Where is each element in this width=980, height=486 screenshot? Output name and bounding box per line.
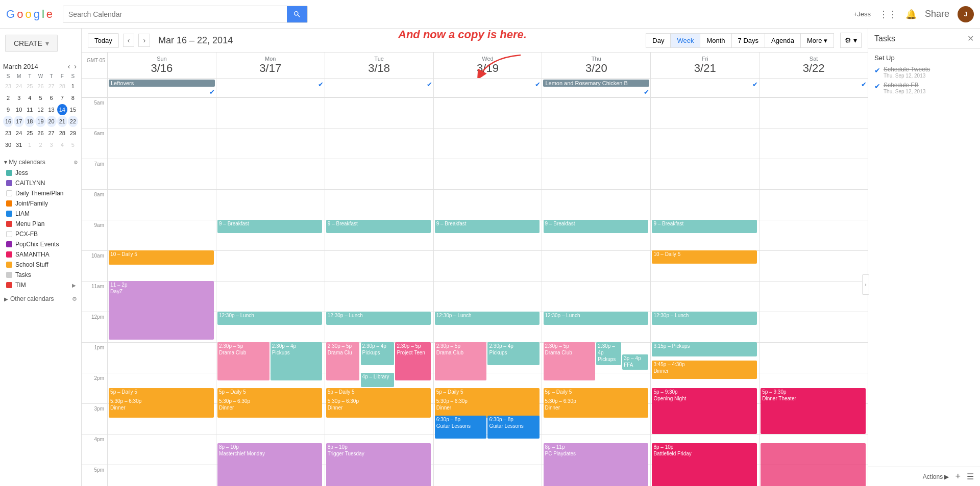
hour-5am[interactable] [108, 97, 216, 128]
all-day-event-lemon[interactable]: Lemon and Rosemary Chicken B [543, 80, 649, 87]
cal-day[interactable]: 21 [57, 116, 67, 127]
cal-day[interactable]: 26 [35, 127, 45, 139]
calendar-item-pcx-fb[interactable]: PCX-FB [4, 229, 78, 239]
event-tue-library[interactable]: 4p – Library [361, 373, 395, 387]
cal-day[interactable]: 22 [68, 116, 78, 127]
cal-day-today[interactable]: 14 [57, 104, 67, 115]
event-tue-drama[interactable]: 2:30p – 5pDrama Clu [326, 342, 360, 380]
calendar-item-school-stuff[interactable]: School Stuff [4, 260, 78, 270]
today-button[interactable]: Today [88, 33, 119, 48]
event-fri-opening-night[interactable]: 5p – 9:30pOpening Night [652, 388, 757, 434]
day-view-button[interactable]: Day [646, 33, 671, 48]
cal-day[interactable]: 28 [57, 81, 67, 92]
event-fri-pickups[interactable]: 3:15p – Pickups [652, 342, 757, 356]
event-tue-breakfast[interactable]: 9 – Breakfast [326, 220, 431, 233]
user-plus-link[interactable]: +Jess [853, 10, 871, 18]
cal-day[interactable]: 4 [57, 139, 67, 150]
mini-cal-title[interactable]: March 2014 [3, 63, 38, 70]
cal-day[interactable]: 12 [35, 104, 45, 115]
avatar[interactable]: J [958, 6, 974, 22]
cal-day[interactable]: 11 [24, 104, 35, 115]
event-sun-daily5-10am[interactable]: 10 – Daily 5 [109, 250, 213, 265]
event-thu-pc-playdates[interactable]: 8p – 11pPC Playdates [544, 443, 649, 486]
mini-cal-next[interactable]: › [72, 62, 78, 70]
apps-icon[interactable]: ⋮⋮ [879, 9, 897, 20]
cal-day[interactable]: 8 [68, 92, 78, 104]
calendar-item-daily-theme-plan[interactable]: Daily Theme/Plan [4, 188, 78, 198]
event-wed-guitar[interactable]: 6:30p – 8pGuitar Lessons [435, 416, 487, 439]
event-tue-project-teen[interactable]: 2:30p – 5pProject Teen [395, 342, 431, 380]
calendar-item-tim[interactable]: TIM ▶ [4, 280, 78, 290]
cal-day[interactable]: 30 [3, 139, 13, 150]
7days-view-button[interactable]: 7 Days [731, 33, 765, 48]
hour-5pm[interactable] [108, 465, 216, 486]
month-view-button[interactable]: Month [700, 33, 731, 48]
event-mon-breakfast[interactable]: 9 – Breakfast [217, 220, 323, 233]
event-thu-lunch[interactable]: 12:30p – Lunch [544, 312, 649, 325]
task-list-view-button[interactable]: ☰ [967, 472, 974, 481]
agenda-view-button[interactable]: Agenda [765, 33, 801, 48]
calendar-item-menu-plan[interactable]: Menu Plan [4, 219, 78, 229]
hour-1pm[interactable] [108, 342, 216, 373]
event-wed-guitar2[interactable]: 6:30p – 8pGuitar Lessons [487, 416, 540, 439]
more-view-button[interactable]: More ▾ [800, 33, 834, 48]
event-sun-dinner[interactable]: 5:30p – 6:30pDinner [109, 397, 213, 418]
event-tue-dinner[interactable]: 5:30p – 6:30pDinner [326, 397, 431, 418]
all-day-event-leftovers[interactable]: Leftovers [109, 80, 215, 87]
event-thu-dinner[interactable]: 5:30p – 6:30pDinner [544, 397, 649, 418]
calendar-item-caitlynn[interactable]: CAITLYNN [4, 178, 78, 188]
calendar-item-liam[interactable]: LIAM [4, 209, 78, 219]
cal-day[interactable]: 1 [24, 139, 35, 150]
hour-9am[interactable] [108, 220, 216, 250]
cal-day[interactable]: 10 [14, 104, 24, 115]
event-thu-pickups[interactable]: 2:30p – 4pPickups [596, 342, 621, 365]
event-sat-evening[interactable] [761, 443, 866, 486]
event-thu-ffa[interactable]: 3p – 4pFFA [622, 354, 648, 370]
cal-day[interactable]: 29 [68, 127, 78, 139]
settings-button[interactable]: ⚙ ▾ [840, 33, 862, 48]
cal-day[interactable]: 15 [68, 104, 78, 115]
search-input[interactable] [63, 6, 287, 22]
cal-day[interactable]: 3 [14, 92, 24, 104]
event-fri-breakfast[interactable]: 9 – Breakfast [652, 220, 757, 233]
cal-day[interactable]: 28 [57, 127, 67, 139]
cal-day[interactable]: 1 [68, 81, 78, 92]
week-view-button[interactable]: Week [670, 33, 700, 48]
cal-day[interactable]: 18 [24, 116, 35, 127]
event-tue-trigger-tuesday[interactable]: 8p – 10pTrigger Tuesday [326, 443, 431, 486]
panel-collapse-button[interactable]: › [862, 274, 869, 295]
calendar-item-popchix[interactable]: PopChix Events [4, 239, 78, 249]
event-thu-breakfast[interactable]: 9 – Breakfast [544, 220, 649, 233]
create-button[interactable]: CREATE ▾ [5, 35, 58, 52]
cal-day[interactable]: 13 [46, 104, 57, 115]
cal-day[interactable]: 19 [35, 116, 45, 127]
cal-day[interactable]: 4 [24, 92, 35, 104]
cal-day[interactable]: 23 [3, 127, 13, 139]
cal-day[interactable]: 24 [14, 81, 24, 92]
search-button[interactable] [287, 6, 307, 22]
hour-6am[interactable] [108, 128, 216, 159]
cal-day[interactable]: 31 [14, 139, 24, 150]
cal-day[interactable]: 2 [3, 92, 13, 104]
cal-day[interactable]: 25 [24, 81, 35, 92]
notifications-icon[interactable]: 🔔 [905, 9, 917, 20]
cal-day[interactable]: 9 [3, 104, 13, 115]
cal-day[interactable]: 27 [46, 81, 57, 92]
event-fri-battlefield[interactable]: 8p – 10pBattlefield Friday [652, 443, 757, 486]
calendar-item-jess[interactable]: Jess [4, 168, 78, 178]
cal-day[interactable]: 23 [3, 81, 13, 92]
my-calendars-header[interactable]: ▾ My calendars ⚙ [4, 159, 78, 166]
other-calendars-settings-icon[interactable]: ⚙ [72, 296, 77, 302]
event-mon-masterchief[interactable]: 8p – 10pMasterchief Monday [217, 443, 323, 486]
event-wed-dinner[interactable]: 5:30p – 6:30pDinner [435, 397, 540, 418]
event-fri-dinner-early[interactable]: 3:45p – 4:30pDinner [652, 361, 757, 379]
cal-day[interactable]: 2 [35, 139, 45, 150]
cal-day[interactable]: 27 [46, 127, 57, 139]
hour-4pm[interactable] [108, 434, 216, 465]
event-mon-dinner[interactable]: 5:30p – 6:30pDinner [217, 397, 323, 418]
add-task-button[interactable]: + [955, 471, 961, 482]
event-wed-breakfast[interactable]: 9 – Breakfast [435, 220, 540, 233]
event-wed-lunch[interactable]: 12:30p – Lunch [435, 312, 540, 325]
cal-day[interactable]: 3 [46, 139, 57, 150]
event-thu-drama[interactable]: 2:30p – 5pDrama Club [544, 342, 596, 380]
